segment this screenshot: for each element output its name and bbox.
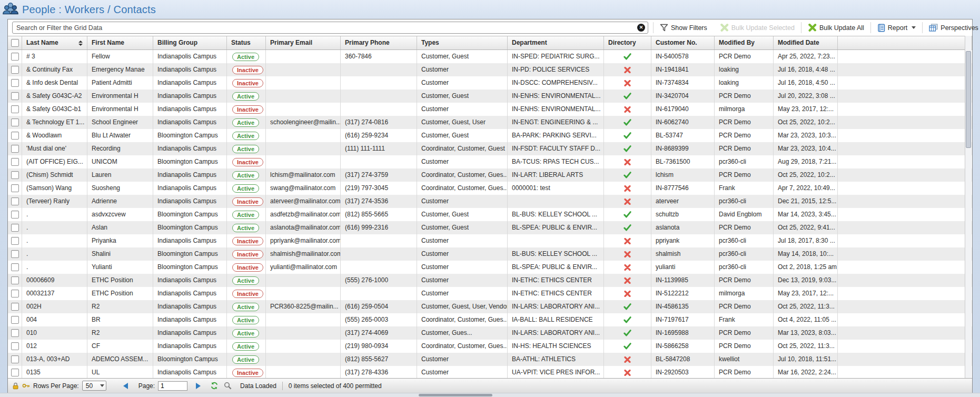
row-checkbox[interactable]	[11, 263, 19, 271]
row-checkbox[interactable]	[11, 145, 19, 153]
select-all-checkbox[interactable]	[11, 39, 19, 47]
row-checkbox[interactable]	[11, 316, 19, 324]
row-checkbox[interactable]	[11, 342, 19, 350]
row-checkbox[interactable]	[11, 250, 19, 258]
refresh-icon[interactable]	[210, 382, 219, 390]
cell-filler	[838, 234, 972, 247]
prev-page-button[interactable]	[123, 383, 128, 389]
table-row[interactable]: .ShaliniBloomington CampusInactiveshalmi…	[8, 247, 972, 261]
column-header-primary-email[interactable]: Primary Email	[266, 36, 341, 49]
table-row[interactable]: & Technology ET 1...School EngineerIndia…	[8, 116, 972, 129]
cell-email: shalmish@mailinator.com	[266, 247, 341, 261]
cell-customer-no: IN-1695988	[651, 326, 715, 340]
table-row[interactable]: .YuliantiBloomington CampusInactiveyulia…	[8, 261, 972, 274]
cell-billing-group: Bloomington Campus	[153, 353, 227, 366]
magnifier-icon[interactable]	[224, 382, 232, 390]
bulk-update-selected-button[interactable]: Bulk Update Selected	[718, 24, 796, 32]
table-row[interactable]: # 3FellowIndianapolis CampusActive360-78…	[8, 50, 972, 63]
horizontal-scrollbar-thumb[interactable]	[419, 394, 492, 396]
cell-modified-by: pcr360-cli	[715, 155, 774, 168]
cell-email	[266, 353, 341, 366]
row-checkbox[interactable]	[11, 105, 19, 113]
column-header-modified-by[interactable]: Modified By	[715, 36, 774, 49]
row-checkbox[interactable]	[11, 211, 19, 219]
column-header-modified-date[interactable]: Modified Date	[774, 36, 838, 49]
table-row[interactable]: (Samson) WangSuoshengIndianapolis Campus…	[8, 182, 972, 195]
row-checkbox[interactable]	[11, 329, 19, 337]
cell-last-name: # 3	[22, 50, 87, 63]
row-checkbox[interactable]	[11, 171, 19, 179]
table-row[interactable]: & Continuity FaxEmergency ManaeIndianapo…	[8, 63, 972, 76]
horizontal-scrollbar[interactable]	[0, 393, 980, 397]
table-row[interactable]: .asdvxzcvewBloomington CampusActiveasdfe…	[8, 208, 972, 221]
row-checkbox[interactable]	[11, 355, 19, 363]
table-row[interactable]: 002HR2Indianapolis CampusActivePCR360-82…	[8, 300, 972, 313]
table-row[interactable]: .AslanBloomington CampusActiveaslanota@m…	[8, 221, 972, 234]
perspectives-button[interactable]: Perspectives	[927, 24, 980, 32]
row-checkbox[interactable]	[11, 184, 19, 192]
cell-directory	[604, 366, 651, 378]
cell-modified-date: Jul 18, 2017, 8:30 ...	[774, 234, 838, 247]
column-header-types[interactable]: Types	[417, 36, 508, 49]
row-checkbox[interactable]	[11, 79, 19, 87]
column-header-last-name[interactable]: Last Name	[22, 36, 87, 49]
table-row[interactable]: (Chism) SchmidtLaurenIndianapolis Campus…	[8, 168, 972, 182]
cell-email	[266, 50, 341, 63]
next-page-button[interactable]	[196, 383, 201, 389]
row-checkbox[interactable]	[11, 118, 19, 126]
column-header-primary-phone[interactable]: Primary Phone	[341, 36, 417, 49]
column-header-customer-no[interactable]: Customer No.	[651, 36, 715, 49]
rows-per-page-select[interactable]: 50	[82, 381, 106, 391]
show-filters-button[interactable]: Show Filters	[658, 24, 709, 32]
table-row[interactable]: 010R2Indianapolis CampusActive(317) 274-…	[8, 326, 972, 340]
row-checkbox[interactable]	[11, 369, 19, 376]
table-row[interactable]: 0135ULIndianapolis CampusInactive(317) 2…	[8, 366, 972, 378]
table-row[interactable]: (Terveer) RanlyAdrienneIndianapolis Camp…	[8, 195, 972, 208]
row-checkbox[interactable]	[11, 224, 19, 232]
table-row[interactable]: 004BRIndianapolis CampusActive(555) 265-…	[8, 313, 972, 326]
table-row[interactable]: 'Must dial one'RecordingIndianapolis Cam…	[8, 142, 972, 155]
report-button[interactable]: Report	[876, 24, 918, 32]
vertical-scrollbar-thumb[interactable]	[966, 51, 971, 148]
bulk-update-all-button[interactable]: Bulk Update All	[806, 24, 866, 32]
search-input[interactable]	[12, 22, 648, 34]
table-row[interactable]: (AIT OFFICE) EIG...UNICOMBloomington Cam…	[8, 155, 972, 168]
row-checkbox[interactable]	[11, 92, 19, 100]
table-row[interactable]: .PriyankaIndianapolis CampusInactiveppri…	[8, 234, 972, 247]
table-row[interactable]: 00032137ETHC PositionIndianapolis Campus…	[8, 287, 972, 300]
x-icon	[624, 356, 631, 363]
table-row[interactable]: 00006609ETHC PositionIndianapolis Campus…	[8, 274, 972, 287]
table-row[interactable]: & WoodlawnBlu Lt AtwaterBloomington Camp…	[8, 129, 972, 142]
table-row[interactable]: & Safety G043C-b1Environmental HIndianap…	[8, 103, 972, 116]
check-icon	[623, 132, 631, 139]
row-checkbox[interactable]	[11, 53, 19, 61]
row-checkbox[interactable]	[11, 158, 19, 166]
row-checkbox[interactable]	[11, 276, 19, 284]
row-checkbox[interactable]	[11, 303, 19, 311]
row-checkbox[interactable]	[11, 237, 19, 245]
column-header-status[interactable]: Status	[227, 36, 266, 49]
table-row[interactable]: 012CFIndianapolis CampusActive(219) 980-…	[8, 340, 972, 353]
vertical-scrollbar[interactable]	[965, 36, 972, 378]
cell-modified-date: Mar 13, 2023, 8:03...	[774, 326, 838, 340]
row-checkbox[interactable]	[11, 290, 19, 297]
cell-department: BL-BUS: KELLEY SCHOOL ...	[508, 247, 604, 261]
sort-icon[interactable]	[78, 41, 83, 46]
page-input[interactable]	[158, 381, 187, 391]
cell-modified-date: Mar 23, 2023, 10:4...	[774, 142, 838, 155]
status-bar: Rows Per Page: 50 Page: Data Loaded 0 it…	[8, 378, 972, 393]
clear-search-icon[interactable]: ✕	[637, 24, 645, 32]
cell-department: IN-LARS: LABORATORY ANI...	[508, 300, 604, 313]
table-row[interactable]: 013-A, 003+ADADEMCO ASSEM...Bloomington …	[8, 353, 972, 366]
row-checkbox[interactable]	[11, 66, 19, 74]
column-header-department[interactable]: Department	[508, 36, 604, 49]
column-header-billing-group[interactable]: Billing Group	[153, 36, 227, 49]
cell-directory	[604, 168, 651, 182]
row-checkbox[interactable]	[11, 197, 19, 205]
column-header-first-name[interactable]: First Name	[87, 36, 153, 49]
table-row[interactable]: & Safety G043C-A2Environmental HIndianap…	[8, 90, 972, 103]
column-header-directory[interactable]: Directory	[604, 36, 651, 49]
table-row[interactable]: & Info desk DentalPatient AdmittiIndiana…	[8, 76, 972, 90]
cell-email	[266, 142, 341, 155]
row-checkbox[interactable]	[11, 132, 19, 140]
